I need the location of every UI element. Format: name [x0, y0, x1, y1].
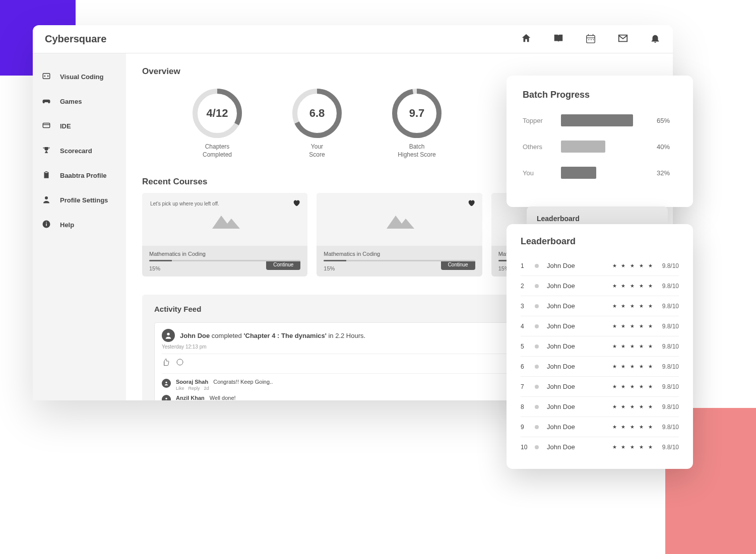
sidebar-item-label: Scorecard [60, 147, 92, 155]
batch-row-label: You [523, 169, 553, 177]
leaderboard-name: John Doe [547, 363, 612, 370]
leaderboard-score: 9.8/10 [662, 424, 679, 431]
leaderboard-row[interactable]: 5John Doe★ ★ ★ ★ ★9.8/10 [521, 336, 679, 357]
batch-row-bar [561, 167, 596, 179]
overview-title: Overview [142, 66, 657, 77]
sidebar-item-label: Baabtra Profile [60, 172, 106, 179]
heart-icon[interactable] [292, 199, 300, 207]
svg-point-17 [165, 382, 167, 383]
leaderboard-rank: 10 [521, 444, 535, 451]
leaderboard-row[interactable]: 8John Doe★ ★ ★ ★ ★9.8/10 [521, 397, 679, 417]
leaderboard-score: 9.8/10 [662, 323, 679, 330]
batch-row-label: Topper [523, 117, 553, 124]
leaderboard-avatar-dot [535, 324, 539, 328]
leaderboard-rank: 5 [521, 343, 535, 350]
leaderboard-row[interactable]: 4John Doe★ ★ ★ ★ ★9.8/10 [521, 316, 679, 336]
leaderboard-rank: 7 [521, 383, 535, 390]
leaderboard-avatar-dot [535, 284, 539, 288]
clipboard-icon [42, 170, 51, 181]
sidebar-item-label: Help [60, 221, 74, 229]
course-progress-pct: 15% [324, 265, 335, 271]
calendar-icon[interactable] [585, 33, 596, 46]
like-icon[interactable] [162, 358, 170, 368]
leaderboard-score: 9.8/10 [662, 403, 679, 410]
leaderboard-panel: Leaderboard 1John Doe★ ★ ★ ★ ★9.8/102Joh… [507, 224, 693, 469]
svg-point-18 [165, 398, 167, 399]
leaderboard-row[interactable]: 7John Doe★ ★ ★ ★ ★9.8/10 [521, 377, 679, 397]
comment-icon[interactable] [176, 358, 184, 368]
leaderboard-avatar-dot [535, 445, 539, 449]
course-card[interactable]: Let's pick up where you left off.Mathema… [142, 193, 307, 276]
leaderboard-avatar-dot [535, 365, 539, 369]
sidebar-item-games[interactable]: Games [33, 89, 126, 114]
leaderboard-name: John Doe [547, 342, 612, 350]
leaderboard-rank: 1 [521, 262, 535, 269]
activity-text: John Doe completed 'Chapter 4 : The dyna… [180, 332, 365, 339]
batch-row-bar [561, 141, 605, 153]
sidebar-item-visual-coding[interactable]: Visual Coding [33, 64, 126, 89]
sidebar-item-baabtra-profile[interactable]: Baabtra Profile [33, 163, 126, 188]
leaderboard-row[interactable]: 1John Doe★ ★ ★ ★ ★9.8/10 [521, 256, 679, 276]
star-rating-icon: ★ ★ ★ ★ ★ [612, 404, 654, 409]
sidebar-item-help[interactable]: Help [33, 213, 126, 237]
star-rating-icon: ★ ★ ★ ★ ★ [612, 444, 654, 450]
card-icon [42, 121, 51, 131]
home-icon[interactable] [521, 33, 532, 46]
avatar [162, 329, 175, 342]
book-icon[interactable] [553, 33, 564, 46]
svg-point-15 [167, 333, 169, 335]
leaderboard-name: John Doe [547, 322, 612, 330]
svg-rect-5 [46, 222, 47, 223]
star-rating-icon: ★ ★ ★ ★ ★ [612, 343, 654, 349]
leaderboard-name: John Doe [547, 282, 612, 290]
donut-value: 6.8 [292, 89, 342, 138]
header-nav-icons [521, 33, 661, 46]
leaderboard-rank: 8 [521, 403, 535, 410]
leaderboard-avatar-dot [535, 385, 539, 389]
batch-row-bar [561, 114, 633, 126]
comment-text: Congrats!! Keep Going.. [213, 379, 273, 385]
leaderboard-row[interactable]: 9John Doe★ ★ ★ ★ ★9.8/10 [521, 417, 679, 437]
sidebar-item-ide[interactable]: IDE [33, 114, 126, 138]
donut-label: ChaptersCompleted [203, 143, 232, 159]
comment-author: Sooraj Shah [176, 379, 208, 385]
sidebar-item-profile-settings[interactable]: Profile Settings [33, 188, 126, 213]
course-card[interactable]: Mathematics in Coding15%Continue [317, 193, 482, 276]
heart-icon[interactable] [467, 199, 475, 207]
recent-courses-title: Recent Courses [142, 177, 207, 187]
continue-button[interactable]: Continue [441, 261, 475, 270]
batch-row-pct: 32% [657, 169, 677, 177]
leaderboard-name: John Doe [547, 403, 612, 410]
batch-progress-row: You32% [523, 167, 677, 179]
sidebar-item-label: Games [60, 98, 82, 105]
leaderboard-row[interactable]: 2John Doe★ ★ ★ ★ ★9.8/10 [521, 276, 679, 296]
course-name: Mathematics in Coding [149, 251, 300, 257]
leaderboard-score: 9.8/10 [662, 383, 679, 390]
leaderboard-name: John Doe [547, 443, 612, 451]
donut-label: YourScore [309, 143, 325, 159]
star-rating-icon: ★ ★ ★ ★ ★ [612, 303, 654, 309]
continue-button[interactable]: Continue [266, 261, 300, 270]
leaderboard-row[interactable]: 3John Doe★ ★ ★ ★ ★9.8/10 [521, 296, 679, 316]
leaderboard-name: John Doe [547, 262, 612, 269]
sidebar-item-scorecard[interactable]: Scorecard [33, 138, 126, 163]
leaderboard-name: John Doe [547, 383, 612, 390]
leaderboard-score: 9.8/10 [662, 283, 679, 290]
leaderboard-row[interactable]: 10John Doe★ ★ ★ ★ ★9.8/10 [521, 437, 679, 457]
comment-text: Well done! [210, 395, 236, 400]
comment-reply-link[interactable]: Reply [188, 386, 200, 391]
leaderboard-score: 9.8/10 [662, 444, 679, 451]
leaderboard-avatar-dot [535, 344, 539, 349]
app-header: Cybersquare [33, 25, 673, 53]
bell-icon[interactable] [650, 33, 661, 46]
trophy-icon [42, 146, 51, 156]
batch-row-pct: 40% [657, 143, 677, 151]
leaderboard-avatar-dot [535, 264, 539, 268]
image-placeholder-icon [382, 210, 417, 230]
comment-like-link[interactable]: Like [176, 386, 184, 391]
overview-donut: 6.8YourScore [292, 89, 342, 159]
overview-donut: 4/12ChaptersCompleted [193, 89, 242, 159]
leaderboard-row[interactable]: 6John Doe★ ★ ★ ★ ★9.8/10 [521, 357, 679, 377]
star-rating-icon: ★ ★ ★ ★ ★ [612, 424, 654, 430]
mail-icon[interactable] [617, 33, 628, 46]
